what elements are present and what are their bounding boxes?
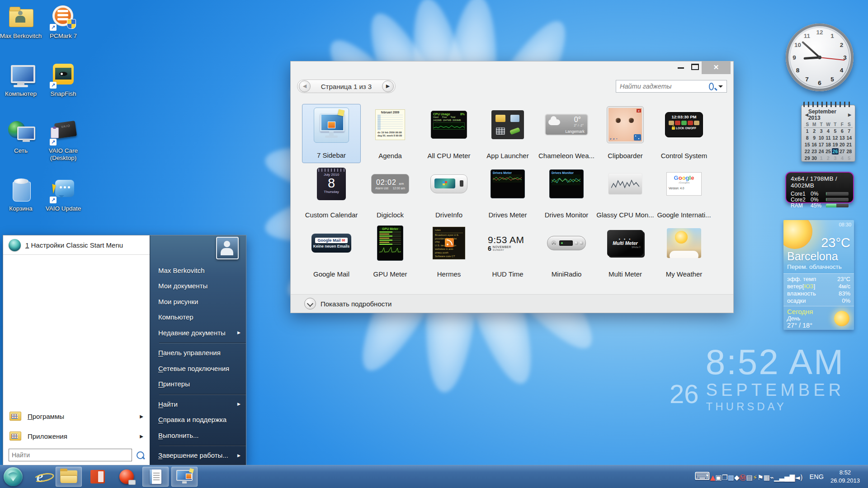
keyboard-icon[interactable]: ⌨ <box>694 470 710 483</box>
security-shield-icon[interactable]: ◆ <box>734 474 740 482</box>
start-menu-search-input[interactable] <box>9 449 132 461</box>
calendar-day[interactable]: 28 <box>846 148 853 155</box>
calendar-day[interactable]: 2 <box>825 155 831 161</box>
classic-start-menu-settings-item[interactable]: 1 Настройки Classic Start Menu <box>3 235 150 255</box>
start-menu-item[interactable]: Найти ▶ <box>150 396 246 412</box>
mcafee-icon[interactable]: Ⓜ <box>740 474 746 482</box>
taskbar-office[interactable] <box>85 467 111 487</box>
taskbar-clock[interactable]: 8:52 26.09.2013 <box>830 469 860 484</box>
gadget-multi-meter[interactable]: ● ● ● Multi Meter SFkilla © Multi Meter <box>596 222 655 282</box>
start-menu-item[interactable]: Max Berkovitch <box>150 263 246 278</box>
volume-icon[interactable]: ◄) <box>795 474 802 482</box>
search-icon[interactable] <box>709 83 714 90</box>
gadget-google-international[interactable]: Google ›Googles Version: 4.0 Google Inte… <box>655 163 713 222</box>
cpu-ram-meter-gadget[interactable]: 4x64 / 1798MB / 4002MB Core1 0% Core2 0%… <box>785 172 854 203</box>
network-signal-icon[interactable]: ▁▃▅▇ <box>774 474 795 482</box>
calendar-day[interactable]: 12 <box>832 135 839 141</box>
calendar-day[interactable]: 21 <box>846 141 853 148</box>
calendar-day[interactable]: 29 <box>804 155 811 161</box>
calendar-day[interactable]: 26 <box>832 148 839 155</box>
calendar-day[interactable]: 9 <box>811 135 817 141</box>
language-indicator[interactable]: ENG <box>810 473 824 480</box>
calendar-day[interactable]: 13 <box>839 135 845 141</box>
start-menu-item[interactable]: Мои документы <box>150 278 246 294</box>
calendar-day[interactable]: 7 <box>846 128 853 134</box>
analog-clock-gadget[interactable]: 12 1 2 3 4 5 6 7 8 9 10 11 <box>786 23 854 91</box>
taskbar-notepad[interactable] <box>142 467 169 487</box>
gadget-drives-meter[interactable]: Drives Meter Drives Meter <box>478 163 537 222</box>
calendar-day[interactable]: 6 <box>839 128 845 134</box>
show-details-chevron-icon[interactable] <box>304 298 316 310</box>
start-menu-item[interactable] <box>150 341 246 345</box>
calendar-day[interactable]: 25 <box>825 148 831 155</box>
start-menu-item[interactable]: Завершение работы... ▶ <box>150 448 246 464</box>
gadget-custom-calendar[interactable]: July 2010 8 Thursday Custom Calendar <box>302 163 361 222</box>
minimize-button[interactable] <box>675 61 688 71</box>
taskbar-file-explorer[interactable] <box>56 467 82 487</box>
desktop-icon-snapfish[interactable]: ↗ SnapFish <box>40 62 87 98</box>
calendar-next-button[interactable]: ▶ <box>848 113 851 117</box>
gadget-driveinfo[interactable]: DriveInfo <box>420 163 478 222</box>
start-menu-item[interactable]: Выполнить... <box>150 427 246 443</box>
gadget-gpu-meter[interactable]: GPU Meter GPU Meter <box>361 222 420 282</box>
calendar-day[interactable]: 2 <box>811 128 817 134</box>
start-menu-item[interactable]: Панель управления <box>150 345 246 361</box>
start-button[interactable] <box>4 467 23 486</box>
start-menu-folder-item[interactable]: Программы ▶ <box>3 406 150 426</box>
start-menu-item[interactable] <box>150 392 246 396</box>
gadget-all-cpu-meter[interactable]: CPU Usage8% Used Free Total 1422MB 1647M… <box>420 104 478 163</box>
start-menu-item[interactable] <box>150 443 246 448</box>
calendar-day[interactable]: 30 <box>811 155 817 161</box>
weather-gadget[interactable]: 08:30 23°C Barcelona Перем. облачность э… <box>783 220 854 330</box>
gadget-drives-monitor[interactable]: Drives Monitor Drives Monitor <box>537 163 596 222</box>
calendar-day[interactable]: 5 <box>846 155 853 161</box>
start-menu-item[interactable]: Сетевые подключения <box>150 361 246 376</box>
calendar-day[interactable]: 4 <box>839 155 845 161</box>
start-menu-item[interactable]: Компьютер <box>150 310 246 325</box>
user-avatar[interactable] <box>216 237 239 259</box>
gadget-7sidebar[interactable]: 7 Sidebar <box>302 104 361 163</box>
gadget-chameleon-weather[interactable]: 0° 2° / -2° Langemark Chameleon Wea... <box>537 104 596 163</box>
desktop-icon-recycle-bin[interactable]: Корзина <box>0 177 44 212</box>
desktop-icon-pcmark[interactable]: ↗ PCMark 7 <box>40 5 87 40</box>
display-utility-icon[interactable]: ❐ <box>722 474 727 482</box>
backup-vault-icon[interactable]: ▣ <box>715 474 722 482</box>
desktop-icon-user-folder[interactable]: Max Berkovitch <box>0 5 44 40</box>
calendar-gadget[interactable]: ◀ September 2013 ▶ SMTWTFS 1234567891011… <box>801 105 855 162</box>
calendar-prev-button[interactable]: ◀ <box>805 113 808 117</box>
action-center-flag-icon[interactable]: ⚑ <box>757 474 763 482</box>
calendar-day[interactable]: 14 <box>846 135 853 141</box>
calendar-day[interactable]: 24 <box>818 148 825 155</box>
gadget-hermes[interactable]: rules Broadcom eyes U.S. providers for t… <box>420 222 478 282</box>
start-menu-item[interactable]: Недавние документы ▶ <box>150 325 246 341</box>
search-icon[interactable] <box>137 451 144 459</box>
desktop-icon-vaio-update[interactable]: ↗ VAIO Update <box>40 177 87 212</box>
start-menu-item[interactable]: Мои рисунки <box>150 294 246 310</box>
power-plug-icon[interactable]: ⌁ <box>770 474 774 482</box>
desktop-icon-network[interactable]: Сеть <box>0 119 44 155</box>
gpu-utility-icon[interactable]: ▲ <box>710 474 716 482</box>
intel-utility-icon[interactable]: ▩ <box>728 474 734 482</box>
calendar-day[interactable]: 27 <box>839 148 845 155</box>
start-menu-folder-item[interactable]: Приложения ▶ <box>3 426 150 446</box>
next-page-button[interactable]: ▶ <box>382 80 394 92</box>
taskbar-internet-explorer[interactable]: e <box>27 467 53 487</box>
close-button[interactable]: ✕ <box>702 61 731 74</box>
gadget-app-launcher[interactable]: App Launcher <box>478 104 537 163</box>
start-menu-item[interactable]: Принтеры <box>150 376 246 392</box>
calendar-day[interactable]: 19 <box>832 141 839 148</box>
desktop-icon-computer[interactable]: Компьютер <box>0 62 44 98</box>
gadget-hud-time[interactable]: 9:53 AM 6 NOVEMBER SUNDAY HUD Time <box>478 222 537 282</box>
taskbar-media-app[interactable] <box>113 467 140 487</box>
calendar-day[interactable]: 17 <box>818 141 825 148</box>
calendar-day[interactable]: 10 <box>818 135 825 141</box>
clipboard-utility-icon[interactable]: ▤ <box>746 474 753 482</box>
calendar-day[interactable]: 5 <box>832 128 839 134</box>
calendar-day[interactable]: 20 <box>839 141 845 148</box>
gadget-digiclock[interactable]: 02:02 am Alarm Ust12:00 am Digiclock <box>361 163 420 222</box>
calendar-day[interactable]: 8 <box>804 135 811 141</box>
messenger-icon[interactable]: ⚡ <box>753 474 758 482</box>
calendar-day[interactable]: 18 <box>825 141 831 148</box>
calendar-day[interactable]: 11 <box>825 135 831 141</box>
gadget-google-mail[interactable]: Google Mail ✉ Keine neuen Emails Google … <box>302 222 361 282</box>
